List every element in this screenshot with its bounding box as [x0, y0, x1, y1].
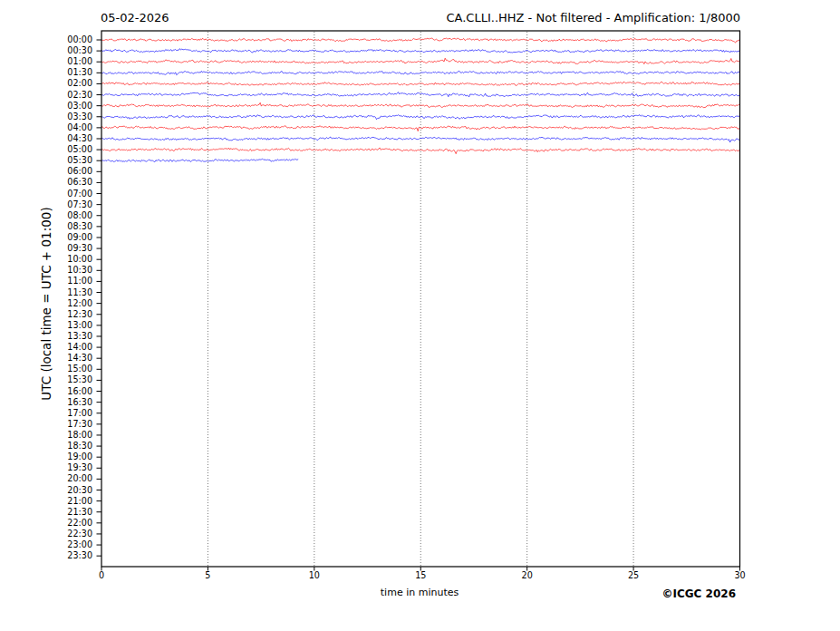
- x-tick-label: 10: [309, 571, 320, 580]
- seismogram-trace: [101, 115, 739, 120]
- copyright: ©ICGC 2026: [661, 587, 736, 600]
- x-tick-label: 25: [628, 571, 639, 580]
- helicorder-plot: [0, 0, 840, 631]
- x-axis-label: time in minutes: [381, 587, 459, 598]
- seismogram-trace: [101, 49, 739, 53]
- seismogram-trace: [101, 102, 739, 107]
- x-tick-label: 20: [522, 571, 533, 580]
- seismogram-trace: [101, 71, 739, 74]
- x-tick-label: 30: [734, 571, 745, 580]
- x-tick-label: 15: [415, 571, 426, 580]
- seismogram-trace: [101, 159, 298, 162]
- seismogram-trace: [101, 82, 739, 86]
- helicorder-page: { "header": { "date": "05-02-2026", "sta…: [0, 0, 840, 631]
- x-tick-label: 0: [99, 571, 104, 580]
- x-tick-label: 5: [205, 571, 210, 580]
